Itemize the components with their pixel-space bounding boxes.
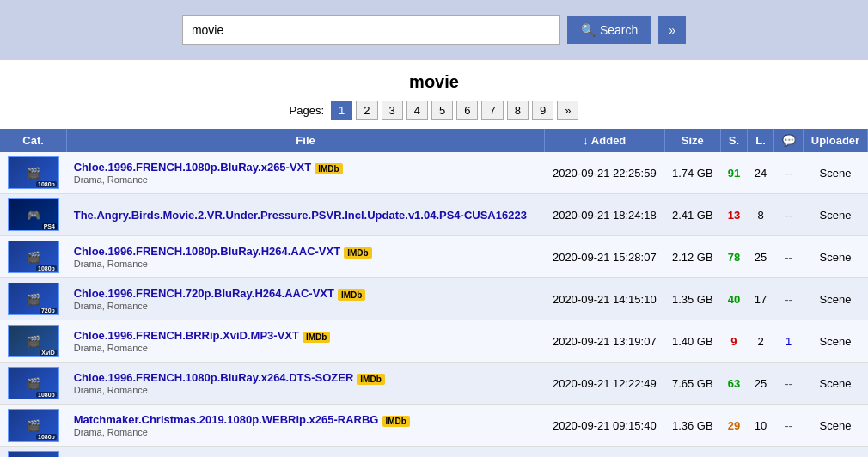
- cat-thumbnail: 🎬 1080p: [8, 367, 59, 399]
- file-cell: The.Angry.Birds.Movie.2.VR.Under.Pressur…: [67, 194, 545, 236]
- seeder-count: 63: [728, 377, 740, 390]
- file-link[interactable]: Chloe.1996.FRENCH.720p.BluRay.H264.AAC-V…: [74, 287, 334, 300]
- comments-cell: --: [774, 363, 804, 405]
- file-link[interactable]: Matchmaker.Christmas.2019.1080p.WEBRip.x…: [74, 413, 379, 426]
- comments-cell: --: [774, 447, 804, 458]
- cat-thumbnail: 🎬 1080p: [8, 409, 59, 442]
- leechers-cell: 24: [748, 152, 774, 194]
- table-row: 🎬 1080p Matchmaker.Christmas.2019.1080p.…: [0, 405, 868, 447]
- cat-cell: 🎬 1080p: [0, 363, 67, 405]
- size-cell: 1.36 GB: [664, 405, 720, 447]
- leecher-count: 24: [755, 167, 767, 180]
- page-btn-1[interactable]: 1: [331, 101, 352, 120]
- seeder-count: 13: [728, 209, 740, 222]
- leecher-count: 25: [755, 251, 767, 264]
- search-input[interactable]: [182, 15, 560, 45]
- imdb-badge: IMDb: [315, 163, 342, 174]
- size-cell: 2.12 GB: [664, 236, 720, 278]
- table-row: 🎬 1080p Chloe.1996.FRENCH.1080p.BluRay.x…: [0, 363, 868, 405]
- leechers-cell: 8: [748, 194, 774, 236]
- page-btn-7[interactable]: 7: [481, 101, 503, 120]
- cat-cell: 🎬 1080p: [0, 447, 67, 458]
- page-btn-5[interactable]: 5: [431, 101, 453, 120]
- added-sort-link[interactable]: ↓ Added: [583, 134, 626, 147]
- leechers-sort-link[interactable]: L.: [755, 134, 766, 147]
- pagination: Pages: 1 2 3 4 5 6 7 8 9 »: [0, 101, 868, 120]
- added-cell: 2020-09-21 12:22:49: [544, 363, 664, 405]
- cat-res-label: PS4: [42, 223, 57, 229]
- comments-cell: 1: [774, 320, 804, 363]
- search-button[interactable]: 🔍 Search: [567, 16, 651, 44]
- cat-icon: 🎬: [27, 335, 40, 348]
- table-row: 🎮 PS4 The.Angry.Birds.Movie.2.VR.Under.P…: [0, 194, 868, 236]
- cat-cell: 🎬 1080p: [0, 152, 67, 194]
- cat-thumbnail: 🎬 720p: [8, 283, 59, 315]
- table-row: 🎬 1080p Chloe.1996.FRENCH.1080p.BluRay.H…: [0, 236, 868, 278]
- col-cat: Cat.: [0, 129, 67, 152]
- seeder-count: 91: [728, 167, 740, 180]
- file-cell: Chloe.1996.FRENCH.BRRip.XviD.MP3-VXTIMDb…: [67, 320, 545, 363]
- file-cell: Chloe.1996.FRENCH.1080p.BluRay.H264.AAC-…: [67, 236, 545, 278]
- comments-cell: --: [774, 236, 804, 278]
- comments-value: --: [785, 209, 792, 222]
- file-cell: Left.For.Dead.2018.1080p.WEBRip.x265-RAR…: [67, 447, 545, 458]
- arrow-label: »: [669, 23, 675, 37]
- uploader-cell: Scene: [803, 447, 867, 458]
- file-cell: Matchmaker.Christmas.2019.1080p.WEBRip.x…: [67, 405, 545, 447]
- added-cell: 2020-09-21 13:19:07: [544, 320, 664, 363]
- cat-cell: 🎬 1080p: [0, 405, 67, 447]
- page-btn-2[interactable]: 2: [356, 101, 377, 120]
- file-cell: Chloe.1996.FRENCH.1080p.BluRay.x264.DTS-…: [67, 363, 545, 405]
- size-cell: 1.40 GB: [664, 320, 720, 363]
- next-button[interactable]: »: [658, 16, 686, 44]
- page-btn-3[interactable]: 3: [382, 101, 403, 120]
- uploader-cell: Scene: [803, 363, 867, 405]
- page-btn-next[interactable]: »: [557, 101, 578, 120]
- col-seeders: S.: [720, 129, 747, 152]
- cat-icon: 🎬: [27, 293, 40, 306]
- file-link[interactable]: Chloe.1996.FRENCH.BRRip.XviD.MP3-VXT: [74, 329, 299, 342]
- size-cell: 7.65 GB: [664, 363, 720, 405]
- file-link[interactable]: Chloe.1996.FRENCH.1080p.BluRay.H264.AAC-…: [74, 245, 340, 258]
- added-cell: 2020-09-21 18:24:18: [544, 194, 664, 236]
- comments-value: --: [785, 419, 792, 432]
- cat-thumbnail: 🎬 XviD: [8, 325, 59, 357]
- leecher-count: 10: [755, 419, 767, 432]
- cat-res-label: XviD: [40, 350, 57, 356]
- page-btn-4[interactable]: 4: [406, 101, 428, 120]
- file-sort-link[interactable]: File: [296, 134, 315, 147]
- leecher-count: 2: [757, 335, 763, 348]
- page-btn-8[interactable]: 8: [507, 101, 529, 120]
- file-link[interactable]: The.Angry.Birds.Movie.2.VR.Under.Pressur…: [74, 209, 527, 222]
- imdb-badge: IMDb: [344, 247, 371, 259]
- added-cell: 2020-09-21 09:15:40: [544, 405, 664, 447]
- cat-thumbnail: 🎮 PS4: [8, 198, 59, 231]
- seeder-count: 78: [728, 251, 740, 264]
- col-uploader: Uploader: [803, 129, 867, 152]
- cat-cell: 🎮 PS4: [0, 194, 67, 236]
- seeders-cell: 78: [720, 236, 747, 278]
- page-btn-9[interactable]: 9: [532, 101, 553, 120]
- comments-link[interactable]: 1: [785, 335, 792, 348]
- page-btn-6[interactable]: 6: [456, 101, 478, 120]
- file-cell: Chloe.1996.FRENCH.720p.BluRay.H264.AAC-V…: [67, 278, 545, 320]
- seeders-cell: 13: [720, 194, 747, 236]
- seeder-count: 40: [728, 293, 740, 306]
- file-link[interactable]: Chloe.1996.FRENCH.1080p.BluRay.x264.DTS-…: [74, 371, 354, 384]
- comments-value: --: [785, 293, 792, 306]
- added-cell: 2020-09-21 14:15:10: [544, 278, 664, 320]
- file-cell: Chloe.1996.FRENCH.1080p.BluRay.x265-VXTI…: [67, 152, 545, 194]
- leecher-count: 17: [755, 293, 767, 306]
- uploader-cell: Scene: [803, 405, 867, 447]
- cat-thumbnail: 🎬 1080p: [8, 241, 59, 273]
- size-sort-link[interactable]: Size: [682, 134, 704, 147]
- comments-value: --: [785, 167, 792, 180]
- imdb-badge: IMDb: [303, 332, 330, 343]
- added-cell: 2020-09-21 22:25:59: [544, 152, 664, 194]
- comments-cell: --: [774, 405, 804, 447]
- seeders-cell: 63: [720, 363, 747, 405]
- seeders-sort-link[interactable]: S.: [729, 134, 739, 147]
- cat-icon: 🎬: [27, 377, 40, 390]
- search-area: 🔍 Search »: [0, 0, 868, 60]
- file-link[interactable]: Chloe.1996.FRENCH.1080p.BluRay.x265-VXT: [74, 161, 311, 174]
